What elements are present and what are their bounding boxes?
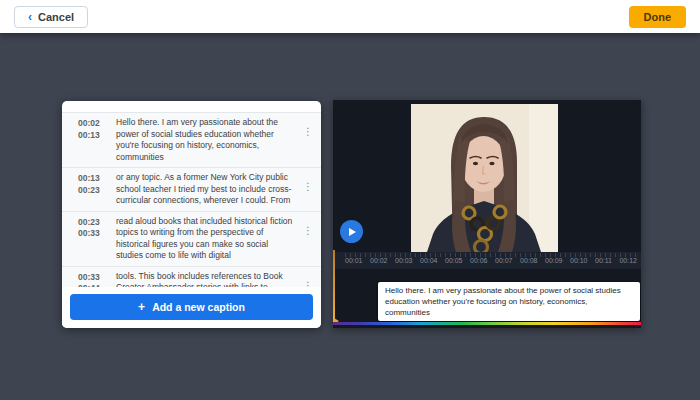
- timeline-label: 00:02: [370, 257, 388, 264]
- caption-list: 00:02 00:13 Hello there. I am very passi…: [62, 112, 321, 287]
- caption-start-time: 00:33: [78, 272, 108, 284]
- plus-icon: +: [138, 301, 145, 313]
- add-caption-label: Add a new caption: [152, 301, 245, 313]
- caption-times: 00:02 00:13: [78, 117, 108, 141]
- timeline-label: 00:07: [495, 257, 513, 264]
- caption-text: or any topic. As a former New York City …: [116, 172, 293, 207]
- timeline-label: 00:11: [595, 257, 612, 264]
- caption-start-time: 00:13: [78, 173, 108, 185]
- caption-menu-button[interactable]: ⋮: [301, 117, 315, 137]
- add-caption-button[interactable]: + Add a new caption: [70, 294, 313, 320]
- cancel-label: Cancel: [38, 11, 74, 23]
- timeline-ruler[interactable]: 00:0100:0200:0300:0400:0500:0600:0700:08…: [333, 252, 641, 269]
- timeline-label: 00:10: [570, 257, 588, 264]
- caption-list-panel: 00:02 00:13 Hello there. I am very passi…: [62, 101, 321, 328]
- caption-row[interactable]: 00:23 00:33 read aloud books that includ…: [62, 212, 321, 267]
- timeline-label: 00:05: [445, 257, 463, 264]
- timeline-labels: 00:0100:0200:0300:0400:0500:0600:0700:08…: [345, 257, 637, 264]
- caption-times: 00:13 00:23: [78, 172, 108, 196]
- caption-editor-screen: ‹ Cancel Done 00:02 00:13 Hello there. I…: [0, 0, 700, 400]
- caption-row[interactable]: 00:13 00:23 or any topic. As a former Ne…: [62, 168, 321, 212]
- top-bar: ‹ Cancel Done: [0, 0, 700, 33]
- playhead[interactable]: [333, 250, 335, 322]
- caption-menu-button[interactable]: ⋮: [301, 216, 315, 236]
- back-chevron-icon: ‹: [28, 11, 32, 23]
- caption-start-time: 00:02: [78, 118, 108, 130]
- timeline-label: 00:08: [520, 257, 538, 264]
- caption-card-footer: + Add a new caption: [62, 287, 321, 328]
- timeline-label: 00:01: [345, 257, 363, 264]
- caption-end-time: 00:33: [78, 228, 108, 240]
- caption-times: 00:23 00:33: [78, 216, 108, 240]
- play-icon: [349, 228, 356, 236]
- timeline-label: 00:12: [619, 257, 637, 264]
- video-player-panel: 00:0100:0200:0300:0400:0500:0600:0700:08…: [333, 100, 641, 328]
- timeline-label: 00:04: [420, 257, 438, 264]
- caption-end-time: 00:23: [78, 185, 108, 197]
- done-button[interactable]: Done: [629, 6, 687, 28]
- caption-times: 00:33 00:44: [78, 271, 108, 288]
- video-still-portrait: [411, 104, 558, 252]
- caption-text: read aloud books that included historica…: [116, 216, 293, 262]
- caption-overlay: Hello there. I am very passionate about …: [378, 282, 640, 321]
- caption-row[interactable]: 00:33 00:44 tools. This book includes re…: [62, 267, 321, 288]
- caption-menu-button[interactable]: ⋮: [301, 172, 315, 192]
- caption-end-time: 00:13: [78, 130, 108, 142]
- editor-stage: 00:02 00:13 Hello there. I am very passi…: [0, 33, 700, 400]
- cancel-button[interactable]: ‹ Cancel: [14, 6, 88, 28]
- progress-rainbow-bar[interactable]: [333, 322, 641, 325]
- caption-text: Hello there. I am very passionate about …: [116, 117, 293, 163]
- play-button[interactable]: [340, 220, 363, 243]
- caption-menu-button[interactable]: ⋮: [301, 271, 315, 288]
- timeline-label: 00:09: [545, 257, 563, 264]
- caption-start-time: 00:23: [78, 217, 108, 229]
- timeline-label: 00:06: [470, 257, 488, 264]
- caption-text: tools. This book includes references to …: [116, 271, 293, 288]
- timeline-label: 00:03: [395, 257, 413, 264]
- caption-row[interactable]: 00:02 00:13 Hello there. I am very passi…: [62, 113, 321, 168]
